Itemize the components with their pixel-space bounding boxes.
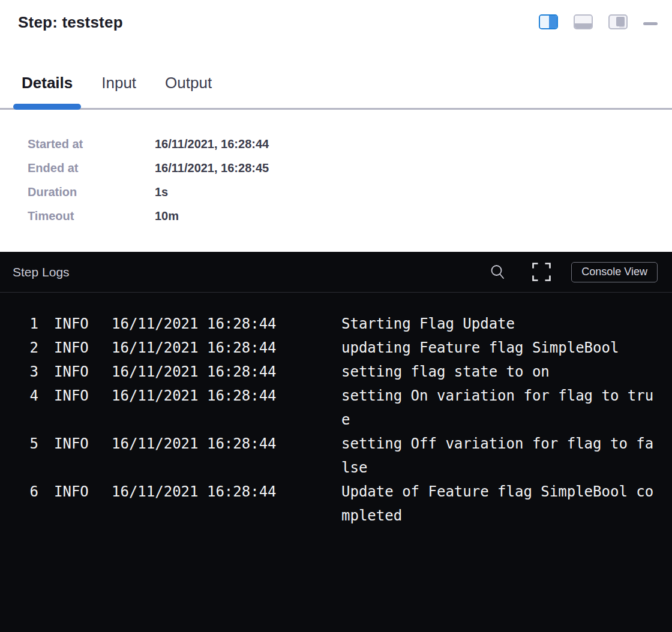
log-line-number: 3 [18, 360, 38, 384]
log-timestamp: 16/11/2021 16:28:44 [112, 480, 341, 504]
split-bottom-view-button[interactable] [574, 14, 593, 29]
detail-label: Started at [28, 137, 155, 151]
page-title: Step: teststep [18, 13, 123, 31]
tab-label: Details [22, 74, 73, 92]
log-level: INFO [38, 336, 112, 360]
log-level: INFO [38, 360, 112, 384]
floating-view-button[interactable] [608, 14, 628, 29]
detail-label: Duration [28, 185, 155, 199]
expand-icon [532, 263, 551, 281]
detail-row: Duration 1s [28, 185, 672, 209]
step-logs-title: Step Logs [13, 265, 490, 279]
split-right-view-button[interactable] [539, 14, 558, 29]
log-line-number: 2 [18, 336, 38, 360]
log-message: Starting Flag Update [341, 312, 658, 336]
tabs: Details Input Output [0, 73, 672, 110]
detail-row: Ended at 16/11/2021, 16:28:45 [28, 161, 672, 185]
log-message: setting Off variation for flag to false [341, 432, 658, 480]
search-icon [490, 264, 505, 279]
tab-label: Input [101, 74, 136, 92]
log-message: setting flag state to on [341, 360, 658, 384]
step-panel: Step: teststep Details Input Output [0, 0, 672, 632]
log-level: INFO [38, 312, 112, 336]
detail-row: Timeout 10m [28, 209, 672, 233]
tab-details[interactable]: Details [13, 73, 81, 108]
log-timestamp: 16/11/2021 16:28:44 [112, 312, 341, 336]
tab-input[interactable]: Input [93, 73, 145, 108]
log-level: INFO [38, 432, 112, 456]
detail-value: 16/11/2021, 16:28:45 [155, 161, 269, 175]
split-bottom-icon [575, 16, 592, 23]
titlebar: Step: teststep [0, 0, 672, 31]
log-line: 6 INFO 16/11/2021 16:28:44 Update of Fea… [18, 480, 672, 528]
log-line: 3 INFO 16/11/2021 16:28:44 setting flag … [18, 360, 672, 384]
tab-output[interactable]: Output [157, 73, 220, 108]
log-message: Update of Feature flag SimpleBool comple… [341, 480, 658, 528]
log-timestamp: 16/11/2021 16:28:44 [112, 432, 341, 456]
step-logs-body: 1 INFO 16/11/2021 16:28:44 Starting Flag… [0, 293, 672, 632]
log-timestamp: 16/11/2021 16:28:44 [112, 384, 341, 408]
log-level: INFO [38, 384, 112, 408]
log-line: 5 INFO 16/11/2021 16:28:44 setting Off v… [18, 432, 672, 480]
log-line-number: 4 [18, 384, 38, 408]
log-line-number: 5 [18, 432, 38, 456]
detail-value: 10m [155, 209, 179, 223]
tab-label: Output [165, 74, 212, 92]
log-line: 1 INFO 16/11/2021 16:28:44 Starting Flag… [18, 312, 672, 336]
detail-value: 16/11/2021, 16:28:44 [155, 137, 269, 151]
expand-button[interactable] [532, 263, 551, 281]
log-message: updating Feature flag SimpleBool [341, 336, 658, 360]
log-line-number: 6 [18, 480, 38, 504]
layout-controls [539, 13, 658, 29]
console-view-button[interactable]: Console View [571, 262, 658, 282]
log-message: setting On variation for flag to true [341, 384, 658, 432]
detail-row: Started at 16/11/2021, 16:28:44 [28, 137, 672, 161]
step-logs-panel: Step Logs Console View [0, 252, 672, 632]
minimize-button[interactable] [643, 22, 658, 25]
detail-label: Timeout [28, 209, 155, 223]
log-line: 2 INFO 16/11/2021 16:28:44 updating Feat… [18, 336, 672, 360]
search-button[interactable] [490, 264, 505, 279]
split-right-icon [540, 16, 549, 28]
log-line: 4 INFO 16/11/2021 16:28:44 setting On va… [18, 384, 672, 432]
log-timestamp: 16/11/2021 16:28:44 [112, 360, 341, 384]
floating-view-icon [616, 17, 625, 26]
detail-label: Ended at [28, 161, 155, 175]
detail-value: 1s [155, 185, 168, 199]
step-logs-header: Step Logs Console View [0, 252, 672, 293]
log-line-number: 1 [18, 312, 38, 336]
log-timestamp: 16/11/2021 16:28:44 [112, 336, 341, 360]
details-section: Started at 16/11/2021, 16:28:44 Ended at… [0, 110, 672, 252]
log-level: INFO [38, 480, 112, 504]
